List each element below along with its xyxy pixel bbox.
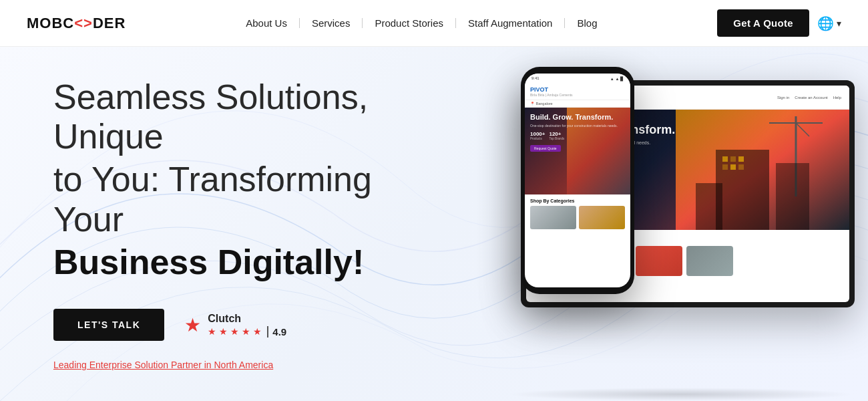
phone-stat-1: 1000+ Products — [530, 131, 545, 140]
phone-banner-title: Build. Grow. Transform. — [530, 113, 625, 122]
language-selector[interactable]: 🌐 ▾ — [817, 15, 841, 31]
phone-cat-item-2 — [579, 206, 625, 229]
phone-stat1-label: Products — [530, 137, 545, 140]
laptop-cat-item-3 — [636, 246, 682, 276]
star-5: ★ — [253, 326, 262, 337]
phone-time: 9:41 — [531, 76, 539, 81]
phone-cat-title: Shop By Categories — [530, 198, 625, 203]
clutch-stars: ★ ★ ★ ★ ★ 4.9 — [208, 326, 286, 338]
nav-services[interactable]: Services — [300, 18, 363, 28]
laptop-signin: Sign in — [777, 96, 789, 100]
logo-prefix: MOBC — [27, 15, 74, 32]
star-4: ★ — [242, 326, 250, 337]
phone-location: 📍 Bangalore — [525, 100, 630, 108]
star-3: ★ — [230, 326, 239, 337]
nav-staff-augmentation[interactable]: Staff Augmentation — [456, 18, 565, 28]
header-right: Get A Quote 🌐 ▾ — [717, 9, 841, 37]
devices-shadow — [507, 388, 855, 401]
phone-stat2-label: Top Brands — [549, 137, 564, 140]
clutch-star-icon: ★ — [184, 314, 201, 336]
header: MOBC<>DER About Us Services Product Stor… — [0, 0, 868, 47]
star-2: ★ — [219, 326, 228, 337]
laptop-cat-3 — [636, 246, 682, 276]
nav-product-stories[interactable]: Product Stories — [363, 18, 456, 28]
lang-chevron: ▾ — [837, 18, 841, 29]
hero-title-line1: Seamless Solutions, Unique — [53, 78, 401, 158]
phone-stat-2: 120+ Top Brands — [549, 131, 564, 140]
phone-stat2-num: 120+ — [549, 131, 564, 137]
hero-actions: LET'S TALK ★ Clutch ★ ★ ★ ★ ★ 4.9 — [53, 309, 401, 341]
phone-mockup: 9:41 ▲ ▲ ▉ PIVOT Birla Birla | Ambuja Ce… — [521, 67, 634, 294]
star-1: ★ — [208, 326, 216, 337]
clutch-rating: 4.9 — [267, 326, 286, 338]
phone-categories: Shop By Categories — [525, 194, 630, 233]
phone-icons: ▲ ▲ ▉ — [610, 76, 624, 81]
hero-devices: BIRLA PIVOT Sign in Create an Account He… — [494, 47, 868, 401]
clutch-info: Clutch ★ ★ ★ ★ ★ 4.9 — [208, 313, 286, 338]
laptop-nav-right: Sign in Create an Account Help — [777, 96, 841, 100]
globe-icon: 🌐 — [817, 15, 834, 31]
clutch-label: Clutch — [208, 313, 286, 325]
phone-banner: Build. Grow. Transform. One-stop destina… — [525, 108, 630, 194]
phone-status-bar: 9:41 ▲ ▲ ▉ — [525, 74, 630, 84]
hero-section: Seamless Solutions, Unique to You: Trans… — [0, 47, 868, 401]
clutch-badge: ★ Clutch ★ ★ ★ ★ ★ 4.9 — [184, 313, 286, 338]
nav-about-us[interactable]: About Us — [234, 18, 300, 28]
nav-blog[interactable]: Blog — [565, 18, 609, 28]
phone-stats: 1000+ Products 120+ Top Brands — [530, 131, 625, 140]
get-quote-button[interactable]: Get A Quote — [717, 9, 809, 37]
phone-stat1-num: 1000+ — [530, 131, 545, 137]
phone-app-header: PIVOT Birla Birla | Ambuja Cements — [525, 84, 630, 100]
hero-title-bold: Business Digitally! — [53, 243, 401, 283]
phone-app-logo: PIVOT — [530, 86, 625, 93]
main-nav: About Us Services Product Stories Staff … — [234, 18, 609, 28]
hero-content: Seamless Solutions, Unique to You: Trans… — [0, 78, 401, 371]
phone-app-tagline: Birla Birla | Ambuja Cements — [530, 93, 625, 97]
laptop-help: Help — [833, 96, 841, 100]
logo: MOBC<>DER — [27, 15, 126, 32]
phone-cta: Request Quote — [530, 145, 561, 152]
laptop-cat-4 — [686, 246, 733, 276]
logo-suffix: DER — [93, 15, 126, 32]
hero-tagline[interactable]: Leading Enterprise Solution Partner in N… — [53, 360, 401, 370]
phone-cat-row — [530, 206, 625, 229]
lets-talk-button[interactable]: LET'S TALK — [53, 309, 164, 341]
phone-banner-sub: One-stop destination for your constructi… — [530, 124, 625, 128]
phone-screen: 9:41 ▲ ▲ ▉ PIVOT Birla Birla | Ambuja Ce… — [525, 74, 630, 287]
logo-arrows: <> — [74, 15, 93, 32]
hero-title-line2: to You: Transforming Your — [53, 160, 401, 240]
laptop-create: Create an Account — [795, 96, 827, 100]
laptop-cat-item-4 — [686, 246, 733, 276]
phone-cat-item-1 — [530, 206, 576, 229]
